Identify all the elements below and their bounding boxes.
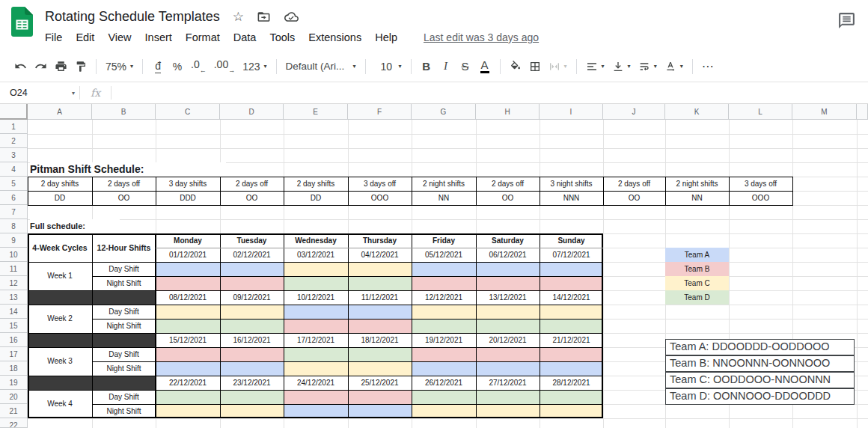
pitman-cell[interactable]: 2 day shifts xyxy=(28,177,92,191)
day-header-cell[interactable]: Tuesday xyxy=(220,233,284,248)
date-cell[interactable]: 03/12/2021 xyxy=(284,248,348,262)
shift-label-cell[interactable]: Night Shift xyxy=(92,276,156,290)
undo-button[interactable] xyxy=(10,56,31,77)
pitman-cell[interactable]: OOO xyxy=(348,191,412,205)
menu-data[interactable]: Data xyxy=(227,31,263,43)
redo-button[interactable] xyxy=(31,56,51,77)
shift-cell-team-A[interactable] xyxy=(284,305,348,319)
shift-cell-team-D[interactable] xyxy=(156,390,220,404)
column-header-D[interactable]: D xyxy=(220,104,284,120)
shift-cell-team-A[interactable] xyxy=(476,361,540,376)
full-schedule-title[interactable]: Full schedule: xyxy=(30,219,120,233)
sheets-logo-icon[interactable] xyxy=(11,7,33,37)
move-to-folder-icon[interactable] xyxy=(257,10,271,24)
italic-button[interactable]: I xyxy=(436,56,456,77)
row-header-5[interactable]: 5 xyxy=(0,177,28,191)
shift-cell-team-B[interactable] xyxy=(156,276,220,290)
shift-cell-team-C[interactable] xyxy=(476,305,540,319)
strikethrough-button[interactable]: S xyxy=(456,56,475,77)
column-header-M[interactable]: M xyxy=(792,104,857,120)
shift-cell-team-D[interactable] xyxy=(540,390,603,404)
bold-button[interactable]: B xyxy=(417,56,436,77)
shift-cell-team-D[interactable] xyxy=(348,276,412,290)
shift-cell-team-B[interactable] xyxy=(284,319,348,333)
shift-cell-team-D[interactable] xyxy=(412,319,476,333)
row-header-16[interactable]: 16 xyxy=(0,333,28,347)
column-header-F[interactable]: F xyxy=(348,104,412,120)
date-cell[interactable]: 23/12/2021 xyxy=(220,376,284,390)
row-header-1[interactable]: 1 xyxy=(0,120,28,134)
merge-cells-button[interactable]: ▾ xyxy=(545,56,571,77)
fill-color-button[interactable] xyxy=(506,56,525,77)
shift-cell-team-D[interactable] xyxy=(284,347,348,361)
team-pattern-box[interactable]: Team D: OONNOOO-DDOODDD xyxy=(665,388,855,405)
week-label-cell[interactable]: Week 3 xyxy=(28,347,92,376)
column-header-J[interactable]: J xyxy=(603,104,665,120)
column-header[interactable] xyxy=(857,104,868,120)
team-legend-cell[interactable]: Team D xyxy=(665,290,729,305)
shift-cell-team-D[interactable] xyxy=(476,319,540,333)
team-legend-cell[interactable]: Team C xyxy=(665,276,729,290)
pitman-cell[interactable]: 2 days off xyxy=(92,177,156,191)
column-header-E[interactable]: E xyxy=(284,104,348,120)
last-edit-link[interactable]: Last edit was 3 days ago xyxy=(424,31,539,43)
pitman-cell[interactable]: 2 days off xyxy=(603,177,665,191)
shift-cell-team-D[interactable] xyxy=(412,390,476,404)
day-header-cell[interactable]: Thursday xyxy=(348,233,412,248)
shift-cell-team-B[interactable] xyxy=(220,276,284,290)
vertical-align-button[interactable]: ▾ xyxy=(608,56,635,77)
date-cell[interactable]: 27/12/2021 xyxy=(476,376,540,390)
pitman-cell[interactable]: OO xyxy=(476,191,540,205)
borders-button[interactable] xyxy=(525,56,545,77)
menu-tools[interactable]: Tools xyxy=(263,31,302,43)
team-legend-cell[interactable]: Team A xyxy=(665,248,729,262)
pitman-cell[interactable]: 3 day shifts xyxy=(156,177,220,191)
row-header-9[interactable]: 9 xyxy=(0,233,28,248)
date-cell[interactable]: 28/12/2021 xyxy=(540,376,603,390)
row-header-14[interactable]: 14 xyxy=(0,305,28,319)
cloud-status-icon[interactable] xyxy=(284,10,299,24)
date-cell[interactable]: 24/12/2021 xyxy=(284,376,348,390)
date-cell[interactable]: 17/12/2021 xyxy=(284,333,348,347)
shift-cell-team-A[interactable] xyxy=(220,262,284,276)
date-cell[interactable]: 01/12/2021 xyxy=(156,248,220,262)
date-cell[interactable]: 13/12/2021 xyxy=(476,290,540,305)
shift-cell-team-C[interactable] xyxy=(540,305,603,319)
menu-insert[interactable]: Insert xyxy=(138,31,179,43)
date-cell[interactable]: 02/12/2021 xyxy=(220,248,284,262)
formula-input[interactable] xyxy=(111,82,868,103)
date-cell[interactable]: 16/12/2021 xyxy=(220,333,284,347)
date-cell[interactable]: 06/12/2021 xyxy=(476,248,540,262)
shift-cell-team-D[interactable] xyxy=(284,276,348,290)
menu-extensions[interactable]: Extensions xyxy=(302,31,368,43)
shift-cell-team-C[interactable] xyxy=(284,361,348,376)
shift-cell-team-D[interactable] xyxy=(348,347,412,361)
shift-cell-team-C[interactable] xyxy=(348,361,412,376)
column-header-K[interactable]: K xyxy=(665,104,729,120)
day-header-cell[interactable]: Sunday xyxy=(540,233,603,248)
shift-cell-team-D[interactable] xyxy=(476,390,540,404)
team-pattern-box[interactable]: Team B: NNOONNN-OONNOOO xyxy=(665,355,855,372)
shift-cell-team-B[interactable] xyxy=(476,347,540,361)
shift-cell-team-D[interactable] xyxy=(156,319,220,333)
font-size-select[interactable]: 10 ▾ xyxy=(371,56,406,77)
star-icon[interactable]: ☆ xyxy=(233,10,244,23)
shift-cell-team-B[interactable] xyxy=(476,276,540,290)
date-cell[interactable]: 15/12/2021 xyxy=(156,333,220,347)
select-all-corner[interactable] xyxy=(0,104,28,120)
zoom-select[interactable]: 75% ▾ xyxy=(102,56,137,77)
row-header-17[interactable]: 17 xyxy=(0,347,28,361)
shift-cell-team-C[interactable] xyxy=(348,262,412,276)
horizontal-align-button[interactable]: ▾ xyxy=(582,56,608,77)
increase-decimal-button[interactable]: .00→ xyxy=(210,56,239,77)
column-header-L[interactable]: L xyxy=(729,104,792,120)
shift-cell-team-A[interactable] xyxy=(220,361,284,376)
shift-cell-team-D[interactable] xyxy=(540,319,603,333)
shift-cell-team-A[interactable] xyxy=(540,361,603,376)
team-legend-cell[interactable]: Team B xyxy=(665,262,729,276)
date-cell[interactable]: 25/12/2021 xyxy=(348,376,412,390)
column-header-G[interactable]: G xyxy=(412,104,476,120)
text-wrap-button[interactable]: ▾ xyxy=(635,56,661,77)
row-header-11[interactable]: 11 xyxy=(0,262,28,276)
cycles-header-cell[interactable]: 4-Week Cycles xyxy=(28,233,92,262)
